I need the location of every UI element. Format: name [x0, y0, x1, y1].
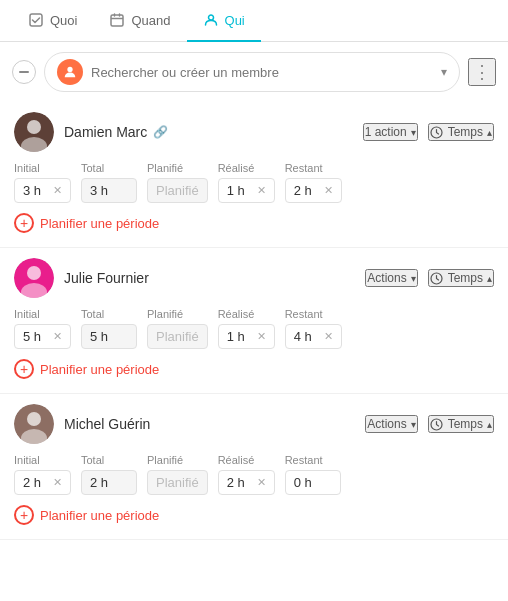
field-value-1: 3 h — [90, 183, 114, 198]
tab-quoi[interactable]: Quoi — [12, 0, 93, 42]
tab-quoi-label: Quoi — [50, 13, 77, 28]
member-right-damien: 1 action ▾ Temps ▴ — [363, 123, 494, 141]
field-input-4[interactable]: 4 h ✕ — [285, 324, 342, 349]
calendar-icon — [109, 12, 125, 28]
field-group-1: Total 3 h — [81, 162, 137, 203]
clear-field-0[interactable]: ✕ — [53, 476, 62, 489]
members-list: Damien Marc 🔗 1 action ▾ — [0, 102, 508, 540]
tab-qui[interactable]: Qui — [187, 0, 261, 42]
plus-icon: + — [14, 213, 34, 233]
temps-button-damien[interactable]: Temps ▴ — [428, 123, 494, 141]
fields-row-damien: Initial 3 h ✕ Total 3 h Planifié Planifi… — [14, 162, 494, 203]
tab-quand[interactable]: Quand — [93, 0, 186, 42]
temps-label-julie: Temps — [448, 271, 483, 285]
field-label-4: Restant — [285, 454, 341, 466]
people-icon — [57, 59, 83, 85]
field-value-0: 2 h — [23, 475, 47, 490]
member-card-julie: Julie Fournier Actions ▾ — [0, 248, 508, 394]
field-group-0: Initial 5 h ✕ — [14, 308, 71, 349]
field-group-3: Réalisé 1 h ✕ — [218, 162, 275, 203]
planifier-button-michel[interactable]: + Planifier une période — [14, 505, 494, 525]
field-label-3: Réalisé — [218, 162, 275, 174]
member-right-julie: Actions ▾ Temps ▴ — [365, 269, 494, 287]
field-input-0[interactable]: 5 h ✕ — [14, 324, 71, 349]
svg-point-6 — [27, 120, 41, 134]
field-group-4: Restant 4 h ✕ — [285, 308, 342, 349]
field-input-2: Planifié — [147, 178, 208, 203]
planifier-button-damien[interactable]: + Planifier une période — [14, 213, 494, 233]
field-label-4: Restant — [285, 308, 342, 320]
clear-field-0[interactable]: ✕ — [53, 184, 62, 197]
planifier-label-michel: Planifier une période — [40, 508, 159, 523]
field-group-3: Réalisé 1 h ✕ — [218, 308, 275, 349]
temps-button-michel[interactable]: Temps ▴ — [428, 415, 494, 433]
member-name-row-julie: Julie Fournier — [64, 270, 149, 286]
clear-field-3[interactable]: ✕ — [257, 184, 266, 197]
chevron-up-icon: ▴ — [487, 127, 492, 138]
field-label-1: Total — [81, 162, 137, 174]
field-label-0: Initial — [14, 162, 71, 174]
field-group-0: Initial 3 h ✕ — [14, 162, 71, 203]
planifier-button-julie[interactable]: + Planifier une période — [14, 359, 494, 379]
actions-button-damien[interactable]: 1 action ▾ — [363, 123, 418, 141]
field-label-2: Planifié — [147, 162, 208, 174]
field-input-2: Planifié — [147, 324, 208, 349]
temps-button-julie[interactable]: Temps ▴ — [428, 269, 494, 287]
svg-rect-1 — [111, 15, 123, 26]
field-input-4[interactable]: 2 h ✕ — [285, 178, 342, 203]
field-value-3: 1 h — [227, 329, 251, 344]
chevron-down-icon: ▾ — [411, 127, 416, 138]
field-value-2: Planifié — [156, 183, 199, 198]
search-bar-row: ▾ ⋮ — [0, 42, 508, 102]
field-input-3[interactable]: 1 h ✕ — [218, 178, 275, 203]
link-icon: 🔗 — [153, 125, 168, 139]
field-group-0: Initial 2 h ✕ — [14, 454, 71, 495]
member-name-row-damien: Damien Marc 🔗 — [64, 124, 168, 140]
actions-button-julie[interactable]: Actions ▾ — [365, 269, 417, 287]
clock-icon — [430, 417, 444, 431]
member-name-julie: Julie Fournier — [64, 270, 149, 286]
chevron-down-icon: ▾ — [411, 419, 416, 430]
actions-label-damien: 1 action — [365, 125, 407, 139]
field-label-1: Total — [81, 454, 137, 466]
tabs-bar: Quoi Quand Qui — [0, 0, 508, 42]
field-group-2: Planifié Planifié — [147, 454, 208, 495]
svg-rect-3 — [19, 71, 29, 73]
planifier-label-damien: Planifier une période — [40, 216, 159, 231]
search-pill[interactable]: ▾ — [44, 52, 460, 92]
clear-field-3[interactable]: ✕ — [257, 476, 266, 489]
field-input-2: Planifié — [147, 470, 208, 495]
field-value-1: 2 h — [90, 475, 114, 490]
clock-icon — [430, 271, 444, 285]
search-input[interactable] — [91, 65, 433, 80]
clear-field-4[interactable]: ✕ — [324, 184, 333, 197]
field-input-0[interactable]: 3 h ✕ — [14, 178, 71, 203]
field-value-3: 2 h — [227, 475, 251, 490]
field-label-0: Initial — [14, 454, 71, 466]
field-input-3[interactable]: 2 h ✕ — [218, 470, 275, 495]
actions-button-michel[interactable]: Actions ▾ — [365, 415, 417, 433]
clear-field-3[interactable]: ✕ — [257, 330, 266, 343]
temps-label-michel: Temps — [448, 417, 483, 431]
field-input-0[interactable]: 2 h ✕ — [14, 470, 71, 495]
chevron-down-icon: ▾ — [411, 273, 416, 284]
avatar-julie — [14, 258, 54, 298]
tab-quand-label: Quand — [131, 13, 170, 28]
fields-row-michel: Initial 2 h ✕ Total 2 h Planifié Planifi… — [14, 454, 494, 495]
field-input-3[interactable]: 1 h ✕ — [218, 324, 275, 349]
avatar-damien — [14, 112, 54, 152]
field-input-1: 5 h — [81, 324, 137, 349]
member-name-row-michel: Michel Guérin — [64, 416, 150, 432]
field-label-2: Planifié — [147, 308, 208, 320]
member-left-michel: Michel Guérin — [14, 404, 150, 444]
field-input-1: 2 h — [81, 470, 137, 495]
field-label-0: Initial — [14, 308, 71, 320]
remove-member-button[interactable] — [12, 60, 36, 84]
field-label-3: Réalisé — [218, 308, 275, 320]
clear-field-0[interactable]: ✕ — [53, 330, 62, 343]
svg-point-2 — [208, 15, 213, 20]
clear-field-4[interactable]: ✕ — [324, 330, 333, 343]
more-options-button[interactable]: ⋮ — [468, 58, 496, 86]
field-input-4[interactable]: 0 h — [285, 470, 341, 495]
chevron-up-icon: ▴ — [487, 273, 492, 284]
